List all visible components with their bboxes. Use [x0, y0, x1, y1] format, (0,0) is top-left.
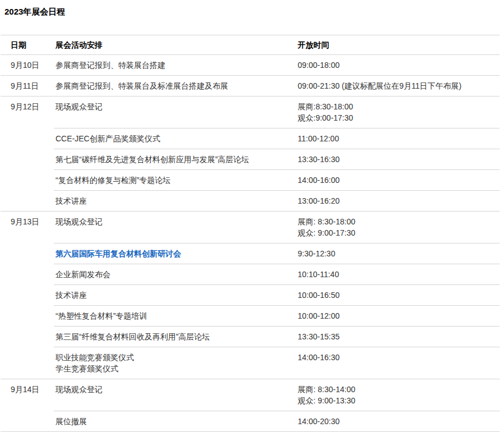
- activity-cell: 技术讲座: [54, 191, 298, 212]
- time-line: 09:00-21:30 (建议标配展位在9月11日下午布展): [298, 80, 495, 91]
- activity-cell: 职业技能竞赛颁奖仪式学生竞赛颁奖仪式: [54, 347, 298, 379]
- time-cell: 展商:8:30-18:00观众:9:00-17:30: [298, 96, 500, 128]
- table-row: 职业技能竞赛颁奖仪式学生竞赛颁奖仪式14:00-16:30: [1, 347, 500, 379]
- date-header: 日期: [1, 35, 54, 55]
- time-header: 开放时间: [298, 35, 500, 55]
- activity-line: 现场观众登记: [56, 216, 291, 227]
- activity-cell: 现场观众登记: [54, 96, 298, 128]
- time-cell: 10:10-11:40: [298, 264, 500, 285]
- table-row: 第七届“碳纤维及先进复合材料创新应用与发展”高层论坛13:30-16:30: [1, 149, 500, 170]
- activity-line: 企业新闻发布会: [56, 269, 291, 280]
- table-row: 展位撤展14:00-20:30: [1, 411, 500, 432]
- date-cell: 9月14日: [1, 379, 54, 432]
- page-title: 2023年展会日程: [0, 0, 504, 17]
- activity-line: 现场观众登记: [56, 101, 291, 112]
- time-line: 展商: 8:30-18:00: [298, 216, 495, 227]
- activity-line: 展位撤展: [56, 416, 291, 427]
- time-line: 14:00-16:30: [298, 352, 495, 363]
- table-row: 第三届“纤维复合材料回收及再利用”高层论坛13:30-15:35: [1, 327, 500, 347]
- activity-cell: 现场观众登记: [54, 379, 298, 411]
- activity-line: “热塑性复合材料”专题培训: [56, 310, 291, 321]
- activity-header: 展会活动安排: [54, 35, 298, 55]
- time-line: 13:00-16:20: [298, 195, 495, 206]
- activity-cell: 第七届“碳纤维及先进复合材料创新应用与发展”高层论坛: [54, 149, 298, 170]
- time-cell: 14:00-16:00: [298, 170, 500, 191]
- table-row: 9月10日参展商登记报到、特装展台搭建09:00-18:00: [1, 55, 500, 76]
- time-line: 10:00-16:50: [298, 289, 495, 301]
- table-row: “热塑性复合材料”专题培训10:00-12:00: [1, 306, 500, 327]
- activity-line: 第三届“纤维复合材料回收及再利用”高层论坛: [56, 331, 291, 342]
- time-cell: 11:00-12:00: [298, 128, 500, 149]
- session-link[interactable]: 第六届国际车用复合材料创新研讨会: [56, 248, 291, 259]
- activity-line: 参展商登记报到、特装展台及标准展台搭建及布展: [56, 80, 291, 91]
- time-line: 观众:9:00-17:30: [298, 112, 495, 123]
- table-row: 9月12日现场观众登记展商:8:30-18:00观众:9:00-17:30: [1, 96, 500, 128]
- time-cell: 14:00-20:30: [298, 411, 500, 432]
- date-cell: 9月12日: [1, 96, 54, 212]
- activity-cell: 第三届“纤维复合材料回收及再利用”高层论坛: [54, 327, 298, 347]
- activity-cell: 现场观众登记: [54, 212, 298, 243]
- time-cell: 13:30-15:35: [298, 327, 500, 347]
- activity-cell: 参展商登记报到、特装展台搭建: [54, 55, 298, 76]
- activity-cell: 展位撤展: [54, 411, 298, 432]
- table-row: 技术讲座13:00-16:20: [1, 191, 500, 212]
- time-line: 观众: 9:00-13:30: [298, 395, 495, 406]
- table-row: 9月14日现场观众登记展商: 8:30-14:00观众: 9:00-13:30: [1, 379, 500, 411]
- time-line: 09:00-18:00: [298, 59, 495, 71]
- table-row: 9月13日现场观众登记展商: 8:30-18:00观众: 9:00-17:30: [1, 212, 500, 243]
- time-line: 展商: 8:30-14:00: [298, 384, 495, 395]
- activity-cell: “热塑性复合材料”专题培训: [54, 306, 298, 327]
- table-row: 第六届国际车用复合材料创新研讨会9:30-12:30: [1, 243, 500, 264]
- activity-cell: 技术讲座: [54, 285, 298, 306]
- header-row: 日期 展会活动安排 开放时间: [1, 35, 500, 55]
- time-cell: 13:00-16:20: [298, 191, 500, 212]
- time-line: 13:30-15:35: [298, 331, 495, 342]
- time-cell: 10:00-16:50: [298, 285, 500, 306]
- schedule-table: 日期 展会活动安排 开放时间 9月10日参展商登记报到、特装展台搭建09:00-…: [1, 35, 500, 432]
- activity-line: 技术讲座: [56, 289, 291, 301]
- activity-cell: 第六届国际车用复合材料创新研讨会: [54, 243, 298, 264]
- activity-line: 职业技能竞赛颁奖仪式: [56, 352, 291, 363]
- date-cell: 9月11日: [1, 76, 54, 96]
- time-line: 9:30-12:30: [298, 248, 495, 259]
- table-row: “复合材料的修复与检测”专题论坛14:00-16:00: [1, 170, 500, 191]
- time-line: 10:00-12:00: [298, 310, 495, 321]
- table-row: 9月11日参展商登记报到、特装展台及标准展台搭建及布展09:00-21:30 (…: [1, 76, 500, 96]
- time-cell: 9:30-12:30: [298, 243, 500, 264]
- time-cell: 09:00-18:00: [298, 55, 500, 76]
- time-cell: 09:00-21:30 (建议标配展位在9月11日下午布展): [298, 76, 500, 96]
- activity-cell: “复合材料的修复与检测”专题论坛: [54, 170, 298, 191]
- activity-cell: CCE-JEC创新产品奖颁奖仪式: [54, 128, 298, 149]
- time-cell: 展商: 8:30-14:00观众: 9:00-13:30: [298, 379, 500, 411]
- date-cell: 9月13日: [1, 212, 54, 379]
- activity-cell: 企业新闻发布会: [54, 264, 298, 285]
- time-line: 观众: 9:00-17:30: [298, 227, 495, 238]
- time-line: 13:30-16:30: [298, 154, 495, 165]
- activity-line: CCE-JEC创新产品奖颁奖仪式: [56, 133, 291, 144]
- time-cell: 13:30-16:30: [298, 149, 500, 170]
- date-cell: 9月10日: [1, 55, 54, 76]
- time-line: 14:00-20:30: [298, 416, 495, 427]
- time-cell: 展商: 8:30-18:00观众: 9:00-17:30: [298, 212, 500, 243]
- time-line: 10:10-11:40: [298, 269, 495, 280]
- time-cell: 14:00-16:30: [298, 347, 500, 379]
- activity-line: 学生竞赛颁奖仪式: [56, 363, 291, 374]
- activity-line: 参展商登记报到、特装展台搭建: [56, 59, 291, 71]
- activity-cell: 参展商登记报到、特装展台及标准展台搭建及布展: [54, 76, 298, 96]
- activity-line: “复合材料的修复与检测”专题论坛: [56, 174, 291, 186]
- table-row: 企业新闻发布会10:10-11:40: [1, 264, 500, 285]
- time-line: 展商:8:30-18:00: [298, 101, 495, 112]
- time-cell: 10:00-12:00: [298, 306, 500, 327]
- table-row: 技术讲座10:00-16:50: [1, 285, 500, 306]
- activity-line: 技术讲座: [56, 195, 291, 206]
- time-line: 11:00-12:00: [298, 133, 495, 144]
- time-line: 14:00-16:00: [298, 174, 495, 186]
- activity-line: 第七届“碳纤维及先进复合材料创新应用与发展”高层论坛: [56, 154, 291, 165]
- activity-line: 现场观众登记: [56, 384, 291, 395]
- table-row: CCE-JEC创新产品奖颁奖仪式11:00-12:00: [1, 128, 500, 149]
